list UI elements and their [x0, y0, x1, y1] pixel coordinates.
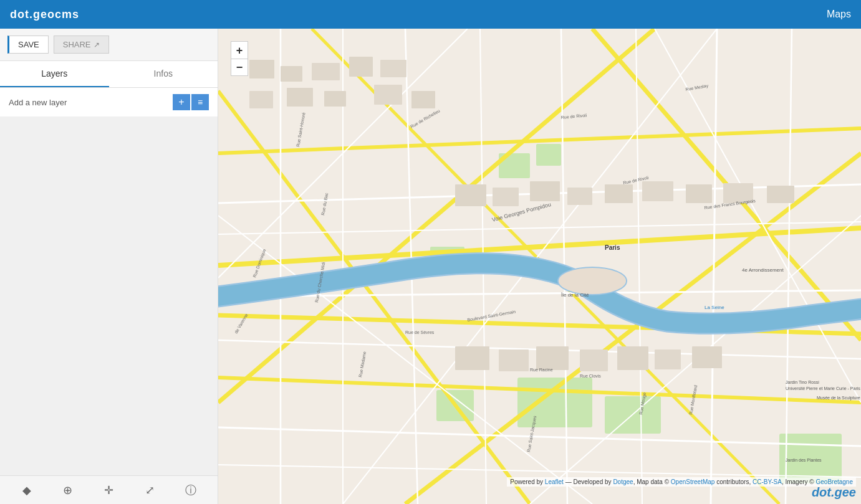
map-container[interactable]: Voie Georges Pompidou Paris Île de la Ci… — [218, 29, 861, 504]
svg-rect-37 — [249, 60, 274, 78]
expand-button[interactable]: ⤢ — [138, 479, 161, 502]
svg-rect-38 — [281, 66, 302, 82]
svg-text:Jardin des Plantes: Jardin des Plantes — [786, 458, 822, 462]
share-icon: ↗ — [94, 40, 100, 49]
logo-text: dot.geocms — [10, 8, 79, 21]
tab-infos[interactable]: Infos — [109, 61, 218, 87]
svg-rect-40 — [349, 57, 373, 77]
svg-rect-1 — [517, 378, 592, 427]
svg-text:Île de la Cité: Île de la Cité — [560, 292, 589, 298]
crosshair-icon: ✛ — [104, 483, 113, 497]
info-button[interactable]: ⓘ — [180, 479, 202, 502]
layers-content — [0, 117, 218, 475]
dotgee-watermark: dot.gee — [812, 484, 856, 500]
sidebar-toolbar: SAVE SHARE ↗ — [0, 29, 218, 61]
svg-rect-60 — [617, 346, 648, 370]
leaflet-link[interactable]: Leaflet — [545, 478, 564, 485]
svg-rect-49 — [530, 181, 560, 201]
app-header: dot.geocms Maps — [0, 0, 861, 29]
svg-text:Paris: Paris — [605, 244, 620, 251]
add-layer-row: Add a new layer + ≡ — [0, 88, 218, 117]
app-logo: dot.geocms — [10, 8, 79, 21]
svg-text:Rue Clovis: Rue Clovis — [580, 374, 601, 378]
svg-rect-56 — [455, 346, 489, 370]
svg-text:La Seine: La Seine — [705, 305, 724, 310]
svg-rect-51 — [605, 184, 633, 203]
add-layer-button[interactable]: + — [173, 94, 190, 110]
main-area: SAVE SHARE ↗ Layers Infos Add a new laye… — [0, 29, 861, 504]
svg-point-36 — [558, 267, 627, 295]
svg-rect-62 — [692, 346, 722, 368]
globe-icon: ⊕ — [63, 483, 72, 497]
svg-text:Musée de la Sculpture en Plein: Musée de la Sculpture en Plein Air — [817, 396, 861, 401]
share-button[interactable]: SHARE ↗ — [54, 36, 109, 54]
svg-rect-39 — [312, 63, 340, 80]
dotgee-link[interactable]: Dotgee — [613, 478, 633, 485]
sidebar-tabs: Layers Infos — [0, 61, 218, 88]
svg-rect-48 — [493, 188, 519, 206]
expand-icon: ⤢ — [145, 483, 155, 497]
svg-rect-55 — [767, 186, 794, 203]
svg-rect-52 — [642, 181, 673, 201]
svg-rect-57 — [499, 349, 529, 371]
svg-rect-43 — [287, 88, 313, 107]
svg-rect-50 — [567, 188, 592, 205]
svg-rect-59 — [580, 349, 608, 371]
zoom-out-button[interactable]: − — [231, 59, 248, 76]
header-title: Maps — [827, 9, 851, 20]
svg-rect-45 — [374, 85, 402, 105]
svg-text:Rue Racine: Rue Racine — [530, 368, 553, 372]
save-button[interactable]: SAVE — [7, 36, 49, 54]
zoom-in-button[interactable]: + — [231, 41, 248, 59]
list-layer-button[interactable]: ≡ — [191, 94, 209, 110]
osm-link[interactable]: OpenStreetMap — [671, 478, 715, 485]
crosshair-button[interactable]: ✛ — [97, 479, 120, 502]
water-drop-icon: ◆ — [22, 483, 31, 497]
sidebar: SAVE SHARE ↗ Layers Infos Add a new laye… — [0, 29, 218, 504]
tab-layers[interactable]: Layers — [0, 61, 109, 87]
ccbysa-link[interactable]: CC-BY-SA — [753, 478, 782, 485]
svg-rect-61 — [655, 349, 681, 369]
info-icon: ⓘ — [185, 483, 196, 498]
share-label: SHARE — [63, 40, 91, 49]
svg-rect-42 — [249, 91, 273, 108]
bottom-toolbar: ◆ ⊕ ✛ ⤢ ⓘ — [0, 475, 218, 504]
svg-rect-41 — [380, 60, 406, 77]
svg-rect-58 — [536, 346, 569, 370]
add-layer-buttons: + ≡ — [173, 94, 209, 110]
map-attribution: Powered by Leaflet — Developed by Dotgee… — [507, 477, 856, 487]
map-svg: Voie Georges Pompidou Paris Île de la Ci… — [218, 29, 861, 504]
svg-rect-6 — [536, 144, 561, 166]
globe-button[interactable]: ⊕ — [57, 479, 79, 502]
svg-rect-46 — [411, 91, 435, 108]
svg-text:Université Pierre et Marie Cur: Université Pierre et Marie Curie - Paris… — [786, 386, 861, 391]
svg-rect-47 — [455, 184, 486, 206]
svg-rect-53 — [686, 184, 712, 203]
svg-rect-44 — [324, 91, 346, 107]
svg-text:Jardin Tino Rossi: Jardin Tino Rossi — [786, 380, 819, 384]
add-layer-label: Add a new layer — [9, 98, 67, 107]
svg-text:4e Arrondissement: 4e Arrondissement — [742, 267, 784, 273]
svg-text:Rue de Sèvres: Rue de Sèvres — [405, 330, 435, 335]
zoom-controls: + − — [231, 41, 248, 76]
water-drop-button[interactable]: ◆ — [16, 479, 38, 502]
